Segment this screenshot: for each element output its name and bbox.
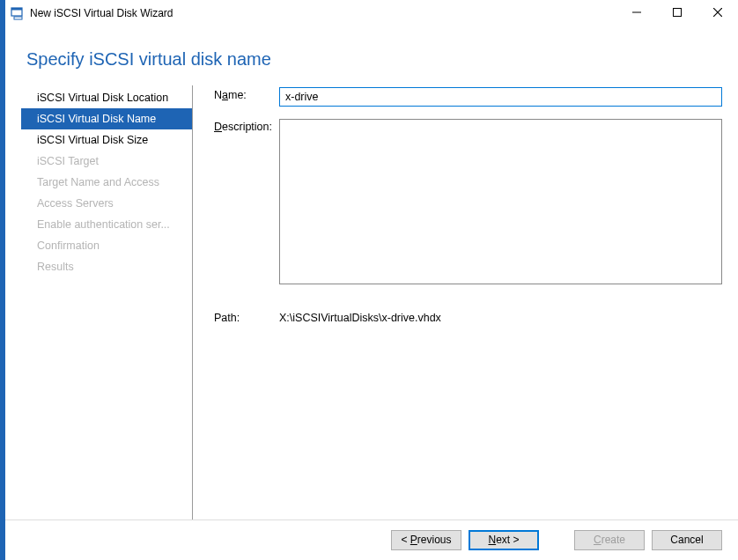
- maximize-button[interactable]: [657, 0, 697, 25]
- wizard-window: New iSCSI Virtual Disk Wizard Specify iS…: [0, 0, 738, 560]
- svg-rect-2: [14, 17, 22, 19]
- step-name[interactable]: iSCSI Virtual Disk Name: [21, 108, 192, 129]
- step-target-name: Target Name and Access: [21, 172, 192, 193]
- step-target: iSCSI Target: [21, 151, 192, 172]
- step-confirmation: Confirmation: [21, 235, 192, 256]
- path-row: Path: X:\iSCSIVirtualDisks\x-drive.vhdx: [214, 310, 722, 324]
- name-input[interactable]: [279, 87, 722, 107]
- next-button[interactable]: Next >: [469, 530, 539, 550]
- form-area: Name: Description: Path: X:\iSCSIVirtual…: [193, 85, 722, 519]
- step-authentication: Enable authentication ser...: [21, 214, 192, 235]
- footer: < Previous Next > Create Cancel: [5, 519, 738, 560]
- create-button: Create: [574, 530, 645, 550]
- description-input[interactable]: [279, 119, 722, 284]
- minimize-button[interactable]: [616, 0, 657, 25]
- description-row: Description:: [214, 119, 722, 287]
- description-label: Description:: [214, 119, 279, 133]
- previous-button[interactable]: < Previous: [391, 530, 461, 550]
- step-access-servers: Access Servers: [21, 193, 192, 214]
- page-heading: Specify iSCSI virtual disk name: [5, 26, 738, 85]
- svg-rect-4: [674, 9, 682, 17]
- step-location[interactable]: iSCSI Virtual Disk Location: [21, 87, 192, 108]
- step-size[interactable]: iSCSI Virtual Disk Size: [21, 129, 192, 151]
- path-value: X:\iSCSIVirtualDisks\x-drive.vhdx: [279, 310, 722, 324]
- close-button[interactable]: [697, 0, 738, 25]
- content-area: Specify iSCSI virtual disk name iSCSI Vi…: [5, 26, 738, 519]
- cancel-button[interactable]: Cancel: [652, 530, 722, 550]
- name-label: Name:: [214, 87, 279, 101]
- body-area: iSCSI Virtual Disk Location iSCSI Virtua…: [5, 85, 738, 519]
- name-row: Name:: [214, 87, 722, 107]
- path-label: Path:: [214, 310, 279, 324]
- svg-rect-1: [11, 8, 22, 11]
- step-results: Results: [21, 256, 192, 277]
- window-title: New iSCSI Virtual Disk Wizard: [30, 7, 616, 19]
- titlebar: New iSCSI Virtual Disk Wizard: [5, 0, 738, 26]
- window-controls: [616, 0, 738, 26]
- app-icon: [11, 6, 25, 20]
- step-sidebar: iSCSI Virtual Disk Location iSCSI Virtua…: [21, 85, 193, 519]
